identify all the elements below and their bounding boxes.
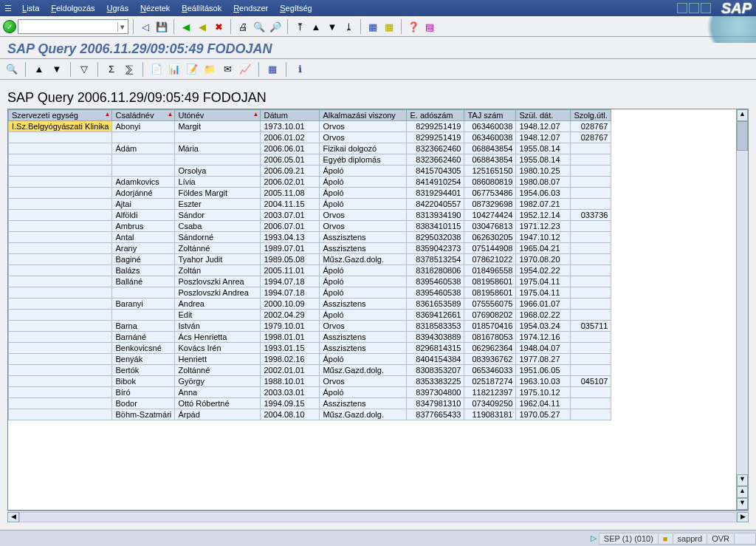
- table-row[interactable]: BalázsZoltán2005.11.01Ápoló8318280806018…: [9, 265, 611, 276]
- table-row[interactable]: BaginéTyahor Judit1989.05.08Műsz.Gazd.do…: [9, 254, 611, 265]
- command-field[interactable]: ▾: [18, 19, 128, 34]
- menu-ugrás[interactable]: Ugrás: [101, 2, 134, 14]
- col-datum[interactable]: Dátum: [261, 110, 320, 121]
- next-page-button[interactable]: ▼: [325, 19, 340, 34]
- table-row[interactable]: Böhm-SzatmáriÁrpád2004.08.10Műsz.Gazd.do…: [9, 409, 611, 420]
- col-org[interactable]: Szervezeti egység▲: [9, 110, 112, 121]
- col-szolg[interactable]: Szolg.útl.: [571, 110, 611, 121]
- scroll-right-icon[interactable]: ▶: [737, 512, 749, 522]
- table-row[interactable]: 2006.05.01Egyéb diplomás8323662460068843…: [9, 154, 611, 165]
- table-row[interactable]: BallánéPoszlovszki Anrea1994.07.18Ápoló8…: [9, 276, 611, 287]
- table-row[interactable]: BodorOttó Róbertné1994.09.15Asszisztens8…: [9, 398, 611, 409]
- cell-taj: 086080819: [464, 177, 516, 188]
- table-row[interactable]: AdorjánnéFöldes Margit2005.11.08Ápoló831…: [9, 188, 611, 199]
- scroll-thumb[interactable]: [737, 121, 748, 151]
- change-layout-button[interactable]: ▦: [265, 62, 280, 77]
- scroll-up-icon[interactable]: ▲: [737, 109, 748, 121]
- new-session-button[interactable]: ▦: [365, 19, 380, 34]
- menu-beállítások[interactable]: Beállítások: [176, 2, 227, 14]
- col-uto[interactable]: Utónév▲: [175, 110, 261, 121]
- table-row[interactable]: BaranyiAndrea2000.10.09Asszisztens836165…: [9, 298, 611, 310]
- graphics-button[interactable]: 📈: [238, 62, 252, 77]
- menu-nézetek[interactable]: Nézetek: [134, 2, 176, 14]
- col-ado[interactable]: E. adószám: [407, 110, 464, 121]
- menu-lista[interactable]: Lista: [16, 2, 45, 14]
- cell-taj: 025187274: [464, 376, 516, 387]
- table-row[interactable]: BarnánéÁcs Henrietta1998.01.01Assziszten…: [9, 332, 611, 343]
- last-page-button[interactable]: ⤓: [341, 19, 356, 34]
- cell-org: [9, 221, 112, 232]
- menu-rendszer[interactable]: Rendszer: [227, 2, 274, 14]
- table-row[interactable]: Edit2002.04.29Ápoló836941266107690820219…: [9, 310, 611, 321]
- print-button[interactable]: 🖨: [236, 19, 250, 34]
- details-button[interactable]: 🔍: [4, 62, 19, 77]
- menu-feldolgozás[interactable]: Feldolgozás: [45, 2, 100, 14]
- sum-button[interactable]: Σ: [104, 62, 119, 77]
- table-row[interactable]: AjtaiEszter2004.11.15Ápoló84220405570873…: [9, 199, 611, 210]
- cancel-button[interactable]: ✖: [211, 19, 226, 34]
- table-row[interactable]: BertókZoltánné2002.01.01Műsz.Gazd.dolg.8…: [9, 365, 611, 376]
- export-button[interactable]: 📄: [149, 62, 164, 77]
- scroll-down-icon[interactable]: ▼: [737, 474, 748, 486]
- cell-alk: Ápoló: [320, 188, 407, 199]
- system-menu-icon[interactable]: ☰: [4, 4, 12, 13]
- col-szul[interactable]: Szül. dát.: [516, 110, 571, 121]
- command-input[interactable]: [18, 21, 117, 32]
- cell-szul: 1948.04.07: [516, 343, 571, 354]
- sort-asc-button[interactable]: ▲: [32, 62, 47, 77]
- find-next-button[interactable]: 🔎: [268, 19, 283, 34]
- cell-szul: 1982.07.21: [516, 199, 571, 210]
- table-row[interactable]: AlföldiSándor2003.07.01Orvos831393419010…: [9, 210, 611, 221]
- table-row[interactable]: AntalSándorné1993.04.13Asszisztens829503…: [9, 232, 611, 243]
- table-row[interactable]: BarnaIstván1979.10.01Orvos83185833530185…: [9, 321, 611, 332]
- col-csalad[interactable]: Családnév▲: [112, 110, 175, 121]
- cell-ado: 8359042373: [407, 243, 464, 254]
- spreadsheet-button[interactable]: 📊: [167, 62, 182, 77]
- command-dropdown-icon[interactable]: ▾: [117, 22, 128, 32]
- scroll-down2-icon[interactable]: ▼: [737, 498, 748, 510]
- restore-button[interactable]: [689, 3, 699, 13]
- table-row[interactable]: Orsolya2006.09.21Ápoló841570430512516515…: [9, 165, 611, 177]
- col-taj[interactable]: TAJ szám: [464, 110, 516, 121]
- minimize-button[interactable]: [677, 3, 687, 13]
- table-row[interactable]: BenyákHenriett1998.02.16Ápoló84041543840…: [9, 354, 611, 365]
- horizontal-scrollbar[interactable]: ◀ ▶: [7, 511, 749, 522]
- table-row[interactable]: BíróAnna2003.03.01Ápoló83973048001182123…: [9, 387, 611, 398]
- scroll-up2-icon[interactable]: ▲: [737, 486, 748, 498]
- cell-org: [9, 210, 112, 221]
- nav-exit-button[interactable]: ◀: [195, 19, 210, 34]
- table-row[interactable]: AranyZoltánné1989.07.01Asszisztens835904…: [9, 243, 611, 254]
- sort-desc-button[interactable]: ▼: [49, 62, 64, 77]
- nav-back-button[interactable]: ◀: [179, 19, 193, 34]
- save-button[interactable]: 💾: [154, 19, 169, 34]
- table-row[interactable]: AdamkovicsLívia2006.02.01Ápoló8414910254…: [9, 177, 611, 188]
- table-row[interactable]: BibokGyörgy1988.10.01Orvos83533832250251…: [9, 376, 611, 387]
- prev-page-button[interactable]: ▲: [309, 19, 323, 34]
- content-area: SAP Query 2006.11.29/09:05:49 FODOJAN Sz…: [0, 80, 756, 530]
- table-row[interactable]: 2006.01.02Orvos82992514190634600381948.1…: [9, 132, 611, 143]
- table-row[interactable]: Poszlovszki Andrea1994.07.18Ápoló8395460…: [9, 287, 611, 298]
- table-row[interactable]: AmbrusCsaba2006.07.01Orvos83834101150304…: [9, 221, 611, 232]
- back-button[interactable]: ◁: [138, 19, 153, 34]
- table-row[interactable]: I.Sz.Belgyógyászati KlinikaAbonyiMargit1…: [9, 121, 611, 132]
- cell-ado: 8323662460: [407, 143, 464, 154]
- layout-menu-button[interactable]: ▤: [422, 19, 437, 34]
- info-button[interactable]: ℹ: [292, 62, 307, 77]
- table-row[interactable]: BenkovicsnéKovács Irén1993.01.15Assziszt…: [9, 343, 611, 354]
- scroll-left-icon[interactable]: ◀: [7, 512, 19, 522]
- shortcut-button[interactable]: ▦: [382, 19, 396, 34]
- subtotal-button[interactable]: ⅀: [122, 62, 137, 77]
- wordproc-button[interactable]: 📝: [185, 62, 199, 77]
- filter-button[interactable]: ▽: [77, 62, 92, 77]
- help-button[interactable]: ❓: [406, 19, 421, 34]
- enter-button[interactable]: ✓: [3, 20, 16, 33]
- mail-button[interactable]: ✉: [220, 62, 235, 77]
- find-button[interactable]: 🔍: [252, 19, 267, 34]
- localfile-button[interactable]: 📁: [202, 62, 217, 77]
- vertical-scrollbar[interactable]: ▲ ▼ ▲ ▼: [736, 109, 748, 510]
- col-alk[interactable]: Alkalmazási viszony: [320, 110, 407, 121]
- close-button[interactable]: [701, 3, 711, 13]
- menu-segítség[interactable]: Segítség: [274, 2, 317, 14]
- first-page-button[interactable]: ⤒: [292, 19, 307, 34]
- table-row[interactable]: ÁdámMária2006.06.01Fizikai dolgozó832366…: [9, 143, 611, 154]
